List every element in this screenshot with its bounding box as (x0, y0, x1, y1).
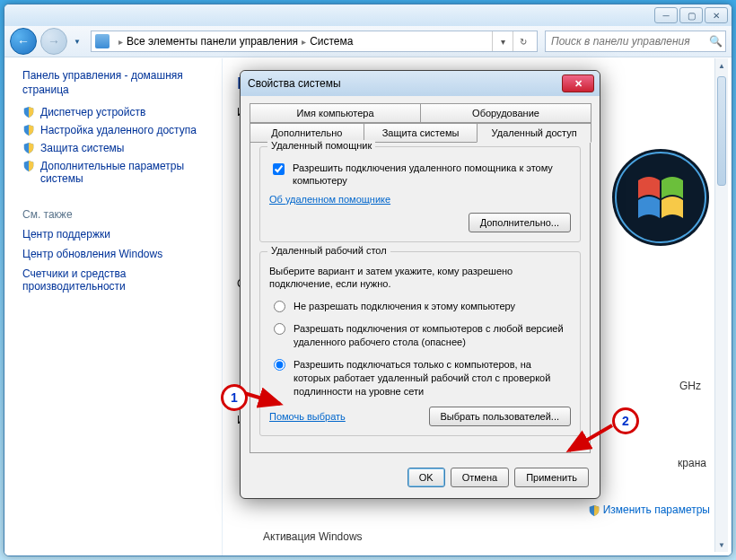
see-also-link[interactable]: Центр поддержки (22, 228, 216, 241)
ok-button[interactable]: OK (407, 468, 445, 487)
history-dropdown-icon[interactable]: ▼ (71, 29, 83, 54)
see-also-link[interactable]: Центр обновления Windows (22, 248, 216, 260)
group-description: Выберите вариант и затем укажите, кому р… (269, 265, 571, 292)
about-remote-assist-link[interactable]: Об удаленном помощнике (269, 194, 390, 205)
shield-icon (22, 124, 35, 136)
address-dropdown-icon[interactable]: ▾ (492, 31, 513, 51)
breadcrumb-sep-icon: ▸ (118, 37, 123, 47)
close-button[interactable]: ✕ (705, 7, 728, 23)
forward-button[interactable]: → (40, 28, 67, 55)
text-fragment: крана (678, 457, 706, 469)
scroll-down-icon[interactable]: ▼ (715, 538, 728, 552)
cancel-button[interactable]: Отмена (451, 468, 509, 487)
radio-allow-any[interactable] (274, 323, 285, 335)
navbar: ← → ▼ ▸ Все элементы панели управления ▸… (4, 26, 732, 57)
svg-line-2 (244, 393, 280, 404)
remote-assistance-group: Удаленный помощник Разрешить подключения… (259, 146, 581, 242)
search-icon: 🔍 (705, 35, 725, 48)
titlebar: ─ ▢ ✕ (4, 4, 732, 26)
sidebar-link-label: Защита системы (40, 142, 124, 154)
dialog-footer: OK Отмена Применить (241, 460, 600, 498)
breadcrumb-sep-icon: ▸ (302, 37, 306, 47)
radio-deny-label: Не разрешать подключения к этому компьют… (294, 300, 515, 313)
sidebar-link-label: Диспетчер устройств (40, 106, 145, 118)
select-users-button[interactable]: Выбрать пользователей... (429, 407, 572, 426)
annotation-badge-1: 1 (221, 384, 248, 411)
svg-point-0 (612, 149, 709, 246)
annotation-number: 1 (231, 390, 238, 405)
tab-remote[interactable]: Удаленный доступ (477, 123, 591, 143)
breadcrumb-item[interactable]: Все элементы панели управления (127, 35, 298, 48)
sidebar-link-label: Настройка удаленного доступа (40, 124, 197, 136)
annotation-arrow-icon (242, 384, 287, 411)
svg-line-3 (569, 425, 612, 451)
sidebar-heading[interactable]: Панель управления - домашняя страница (22, 69, 216, 97)
shield-icon (22, 142, 35, 154)
text-fragment: GHz (679, 380, 701, 392)
search-input[interactable] (546, 35, 705, 48)
sidebar: Панель управления - домашняя страница Ди… (4, 58, 222, 556)
activation-heading: Активация Windows (263, 530, 363, 543)
shield-icon (22, 160, 35, 172)
dialog-titlebar[interactable]: Свойства системы ✕ (241, 71, 600, 96)
radio-allow-any-label: Разрешать подключения от компьютеров с л… (294, 322, 571, 349)
back-button[interactable]: ← (10, 28, 37, 55)
sidebar-link-protection[interactable]: Защита системы (22, 142, 216, 154)
tab-panel-remote: Удаленный помощник Разрешить подключения… (250, 139, 591, 453)
remote-desktop-group: Удаленный рабочий стол Выберите вариант … (259, 251, 581, 437)
system-properties-dialog: Свойства системы ✕ Имя компьютера Оборуд… (240, 70, 600, 499)
help-choose-link[interactable]: Помочь выбрать (269, 411, 346, 422)
group-title: Удаленный рабочий стол (267, 245, 390, 256)
windows-logo-icon (611, 148, 710, 247)
scroll-thumb[interactable] (717, 76, 726, 186)
advanced-button[interactable]: Дополнительно... (469, 213, 571, 232)
minimize-button[interactable]: ─ (654, 7, 678, 23)
shield-icon (588, 504, 600, 517)
dialog-title: Свойства системы (248, 77, 341, 90)
allow-remote-assist-checkbox[interactable] (273, 163, 285, 175)
apply-button[interactable]: Применить (514, 468, 589, 487)
search-box[interactable]: 🔍 (545, 31, 726, 52)
sidebar-link-advanced[interactable]: Дополнительные параметры системы (22, 160, 216, 185)
allow-remote-assist-label: Разрешить подключения удаленного помощни… (293, 162, 571, 188)
scroll-up-icon[interactable]: ▲ (715, 58, 728, 73)
radio-deny[interactable] (274, 301, 285, 312)
tab-hardware[interactable]: Оборудование (420, 103, 591, 123)
scrollbar[interactable]: ▲ ▼ (714, 58, 728, 552)
see-also-link[interactable]: Счетчики и средства производительности (22, 267, 166, 293)
system-icon (95, 34, 110, 48)
breadcrumb-item[interactable]: Система (310, 35, 353, 48)
annotation-arrow-icon (562, 422, 616, 458)
tab-protection[interactable]: Защита системы (364, 123, 478, 143)
sidebar-link-remote[interactable]: Настройка удаленного доступа (22, 124, 216, 136)
sidebar-link-device-manager[interactable]: Диспетчер устройств (22, 106, 216, 118)
group-title: Удаленный помощник (267, 140, 375, 151)
sidebar-link-label: Дополнительные параметры системы (40, 160, 216, 185)
dialog-close-button[interactable]: ✕ (562, 74, 594, 92)
annotation-number: 2 (622, 414, 629, 428)
annotation-badge-2: 2 (612, 407, 639, 434)
address-bar[interactable]: ▸ Все элементы панели управления ▸ Систе… (91, 31, 538, 52)
shield-icon (22, 106, 35, 118)
change-settings-link[interactable]: Изменить параметры (588, 503, 710, 518)
dialog-tabs: Имя компьютера Оборудование Дополнительн… (250, 103, 591, 139)
change-settings-label: Изменить параметры (603, 503, 710, 516)
tab-computer-name[interactable]: Имя компьютера (250, 103, 421, 123)
maximize-button[interactable]: ▢ (679, 7, 703, 23)
radio-allow-nla-label: Разрешить подключаться только с компьюте… (294, 358, 571, 398)
refresh-icon[interactable]: ↻ (513, 31, 533, 51)
see-also-heading: См. также (22, 208, 216, 221)
radio-allow-nla[interactable] (274, 359, 285, 371)
